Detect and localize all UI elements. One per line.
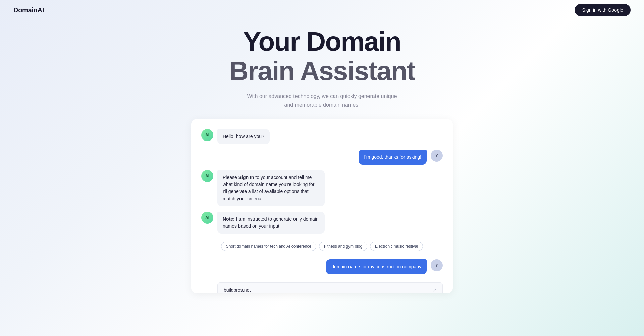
bubble-ai-4: Note: I am instructed to generate only d… xyxy=(217,212,325,234)
message-row-1: AI Hello, how are you? xyxy=(201,129,443,144)
header: DomainAI Sign in with Google xyxy=(0,0,644,20)
logo: DomainAI xyxy=(13,6,44,14)
bubble-user-5: domain name for my construction company xyxy=(326,259,427,274)
ai-avatar-3: AI xyxy=(201,170,213,182)
suggestion-chip-3[interactable]: Electronic music festival xyxy=(370,242,423,251)
domain-result-1[interactable]: buildpros.net ↗ xyxy=(217,282,443,293)
ai-avatar-4: AI xyxy=(201,212,213,224)
message-row-4: AI Note: I am instructed to generate onl… xyxy=(201,212,443,234)
sign-in-button[interactable]: Sign in with Google xyxy=(575,4,631,16)
suggestion-chip-2[interactable]: Fitness and gym blog xyxy=(319,242,367,251)
suggestion-chip-1[interactable]: Short domain names for tech and AI confe… xyxy=(221,242,316,251)
chat-wrapper: AI Hello, how are you? Y I'm good, thank… xyxy=(0,119,644,293)
bubble-user-2: I'm good, thanks for asking! xyxy=(359,150,427,165)
suggestions-row: Short domain names for tech and AI confe… xyxy=(201,242,443,251)
bubble-ai-3: Please Sign In to your account and tell … xyxy=(217,170,325,206)
hero-subtitle: With our advanced technology, we can qui… xyxy=(0,92,644,109)
note-bold: Note: xyxy=(223,216,235,222)
message-row-5: Y domain name for my construction compan… xyxy=(201,259,443,274)
user-avatar-2: Y xyxy=(431,150,443,162)
bubble-ai-1: Hello, how are you? xyxy=(217,129,270,144)
message-row-2: Y I'm good, thanks for asking! xyxy=(201,150,443,165)
ai-avatar-1: AI xyxy=(201,129,213,141)
sign-in-bold: Sign In xyxy=(238,175,254,180)
chat-container: AI Hello, how are you? Y I'm good, thank… xyxy=(191,119,453,293)
external-link-icon-1: ↗ xyxy=(432,287,436,293)
user-avatar-5: Y xyxy=(431,259,443,271)
hero-title-line2: Brain Assistant xyxy=(0,56,644,86)
hero-title-line1: Your Domain xyxy=(0,27,644,56)
messages-list: AI Hello, how are you? Y I'm good, thank… xyxy=(201,129,443,293)
message-row-3: AI Please Sign In to your account and te… xyxy=(201,170,443,206)
domain-results-container: buildpros.net ↗ constructhub.org ↗ xyxy=(217,280,443,293)
